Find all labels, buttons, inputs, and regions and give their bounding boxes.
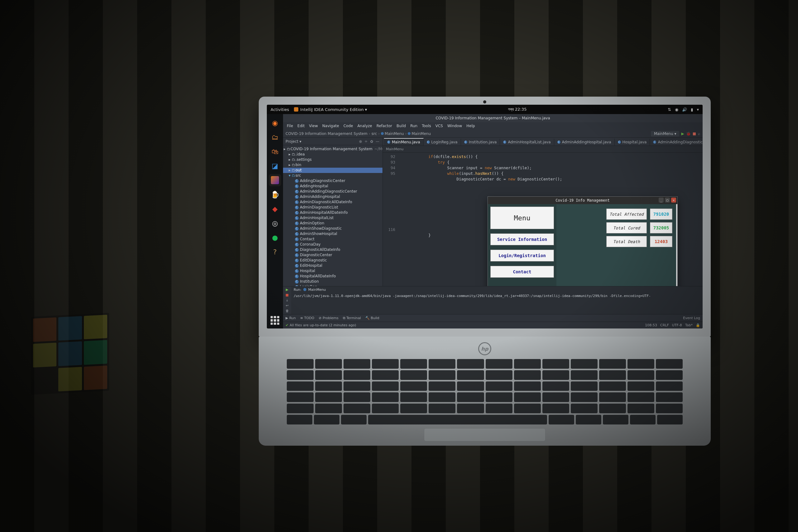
tree-node-hospital[interactable]: Hospital [283,268,382,274]
readonly-lock-icon[interactable]: 🔒 [696,323,700,327]
tree-node-editdiagnostic[interactable]: EditDiagnostic [283,258,382,263]
dock-software[interactable]: 🛍 [269,145,281,158]
tree-node-admindiagnosticlist[interactable]: AdminDiagnosticList [283,205,382,210]
menu-refactor[interactable]: Refactor [375,124,394,128]
menu-code[interactable]: Code [342,124,355,128]
scroll-icon[interactable]: ⇣ [286,298,288,302]
service-information-button[interactable]: Service Information [490,233,554,245]
tree-node-out[interactable]: ▸ 🗀out [283,168,382,173]
tree-node-institution[interactable]: Institution [283,279,382,284]
tree-node-hospitalalldateinfo[interactable]: HospitalAllDateInfo [283,274,382,279]
tree-node-addingdiagnosticcenter[interactable]: AddingDiagnosticCenter [283,178,382,184]
editor-tab-loginreg-java[interactable]: CLoginReg.java [424,139,461,146]
power-icon[interactable]: ▾ [697,107,699,112]
tree-node-adminaddingdiagnosticcenter[interactable]: AdminAddingDiagnosticCenter [283,189,382,194]
menu-help[interactable]: Help [464,124,477,128]
close-button[interactable]: ✕ [671,197,676,203]
terminal-tool-button[interactable]: ⧉ Terminal [343,316,361,320]
show-applications-button[interactable] [270,316,279,325]
tree-node-contact[interactable]: Contact [283,236,382,242]
tree-node-diagnosticcenter[interactable]: DiagnosticCenter [283,252,382,258]
trash-icon[interactable]: 🗑 [286,309,289,313]
tree-node-adminaddinghospital[interactable]: AdminAddingHospital [283,194,382,200]
dock-brave[interactable]: ◆ [269,203,281,215]
tree-node-bin[interactable]: ▸ 🗀bin [283,163,382,168]
run-config-name[interactable]: MainMenu [308,288,326,292]
activities-button[interactable]: Activities [270,107,289,112]
editor-tab-hospital-java[interactable]: CHospital.java [615,139,650,146]
breadcrumb[interactable]: COVID-19 Information Management System›s… [286,132,431,136]
file-encoding[interactable]: UTF-8 [672,323,682,327]
tree-node-admindiagnosticalldateinfo[interactable]: AdminDiagnosticAllDateInfo [283,200,382,205]
tree-node--idea[interactable]: ▸ 🗀.idea [283,152,382,157]
project-panel-label[interactable]: Project ▾ [286,139,301,144]
app-menu[interactable]: IntelliJ IDEA Community Edition ▾ [294,107,367,112]
tree-node-covid-19-information-management-system[interactable]: ▸ 🗀COVID-19 Information Management Syste… [283,147,382,152]
stop-icon[interactable]: ■ [692,132,696,136]
editor-tab-adminhospitallist-java[interactable]: CAdminHospitalList.java [500,139,554,146]
tree-node-adminshowdiagnostic[interactable]: AdminShowDiagnostic [283,226,382,231]
dock-files[interactable]: 🗂 [269,131,281,144]
tree-node-src[interactable]: ▾ 🗀src [283,173,382,178]
project-panel-tools[interactable]: ⊕ ÷ ✿ — [359,139,380,144]
volume-icon[interactable]: 🔊 [682,107,687,112]
search-icon[interactable]: ⌕ [698,132,700,136]
build-tool-button[interactable]: 🔨 Build [365,316,379,320]
network-icon[interactable]: ⇅ [668,107,671,112]
caret-position[interactable]: 108:53 [645,323,657,327]
clock[interactable]: শুক্র 22:35 [367,107,668,112]
menu-run[interactable]: Run [408,124,419,128]
dock-firefox[interactable]: ◉ [269,117,281,129]
problems-tool-button[interactable]: ⊘ Problems [319,316,338,320]
indent-setting[interactable]: Tab* [685,323,692,327]
dock-app-emoji[interactable]: 🍺 [269,188,281,201]
run-icon[interactable]: ▶ [681,132,684,136]
app-window-titlebar[interactable]: Covid-19 Info Management _ ▢ ✕ [488,197,677,204]
menu-file[interactable]: File [285,124,295,128]
login-registration-button[interactable]: Login/Registration [490,250,554,262]
maximize-button[interactable]: ▢ [665,197,670,203]
menu-tools[interactable]: Tools [420,124,433,128]
tree-node--settings[interactable]: ▸ 🗀.settings [283,157,382,163]
editor-tab-adminaddinghospital-java[interactable]: CAdminAddingHospital.java [554,139,615,146]
tree-node-coronaday[interactable]: CoronaDay [283,242,382,247]
menu-view[interactable]: View [307,124,320,128]
dock-spotify[interactable]: ● [269,231,281,244]
editor-tab-mainmenu-java[interactable]: CMainMenu.java [384,138,424,146]
wifi-icon[interactable]: ◉ [675,107,678,112]
dock-intellij[interactable] [269,174,281,186]
tree-node-adminhospitallist[interactable]: AdminHospitalList [283,215,382,221]
tree-node-adminhospitalalldateinfo[interactable]: AdminHospitalAllDateInfo [283,210,382,215]
run-config-transparent[interactable]: MainMenu ▾ [651,131,679,136]
stop-icon[interactable]: ■ [286,293,289,297]
editor-tab-institution-java[interactable]: CInstitution.java [461,139,500,146]
tree-node-edithospital[interactable]: EditHospital [283,263,382,268]
contact-button[interactable]: Contact [490,266,554,278]
menu-navigate[interactable]: Navigate [320,124,341,128]
wrap-icon[interactable]: ↩ [286,304,288,308]
event-log-button[interactable]: Event Log [683,316,700,320]
editor-tab-adminaddingdiagnosticcenter-java[interactable]: CAdminAddingDiagnosticCenter.java [650,139,703,146]
menu-build[interactable]: Build [395,124,408,128]
code-editor[interactable]: 92939495 116 if(dcfile.exists()) { try {… [383,153,703,286]
menu-edit[interactable]: Edit [296,124,306,128]
tree-node-diagnosticalldateinfo[interactable]: DiagnosticAllDateInfo [283,247,382,252]
tree-node-adminoption[interactable]: AdminOption [283,221,382,226]
debug-icon[interactable]: 🐞 [686,132,691,136]
project-tree[interactable]: ▸ 🗀COVID-19 Information Management Syste… [283,145,382,286]
line-separator[interactable]: CRLF [660,323,669,327]
console-output[interactable]: /usr/lib/jvm/java-1.11.0-openjdk-amd64/b… [291,293,703,314]
dock-vscode[interactable]: ◪ [269,159,281,172]
dock-obs[interactable]: ◎ [269,217,281,229]
tree-node-addinghospital[interactable]: AddingHospital [283,184,382,189]
minimize-button[interactable]: _ [659,197,664,203]
rerun-icon[interactable]: ▶ [286,288,288,292]
menu-analyze[interactable]: Analyze [355,124,374,128]
run-tool-button[interactable]: ▶ Run [286,316,296,320]
tree-node-adminshowhospital[interactable]: AdminShowHospital [283,231,382,236]
battery-icon[interactable]: ▮ [691,107,693,112]
dock-help[interactable]: ? [269,246,281,258]
menu-window[interactable]: Window [445,124,464,128]
todo-tool-button[interactable]: ≡ TODO [300,316,314,320]
menu-vcs[interactable]: VCS [434,124,445,128]
